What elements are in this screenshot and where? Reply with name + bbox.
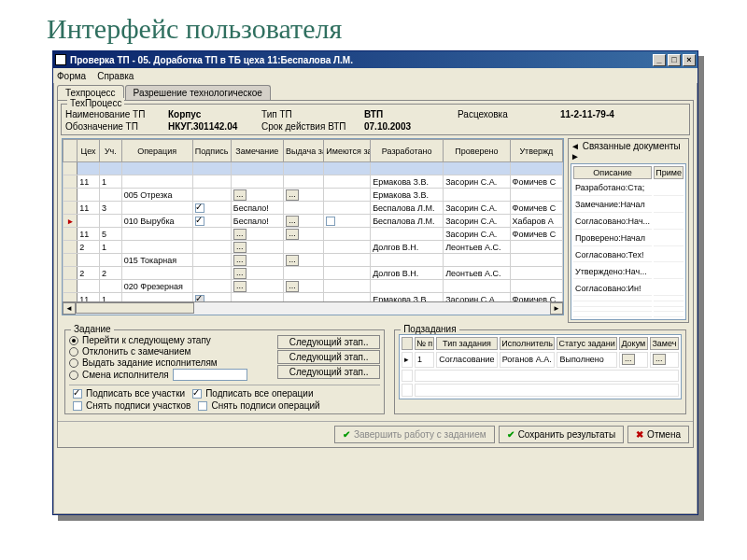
menubar: Форма Справка xyxy=(53,68,698,83)
col-c0[interactable] xyxy=(63,140,78,162)
executor-combo[interactable] xyxy=(173,369,247,381)
subtask-grid[interactable]: № п Тип задания Исполнитель Статус задан… xyxy=(399,334,682,399)
sub-col-note[interactable]: Замеч xyxy=(650,337,679,350)
sub-col-doc[interactable]: Докум xyxy=(619,337,648,350)
chk-remove-sign-parts[interactable] xyxy=(73,401,82,411)
ellipsis-button[interactable]: ... xyxy=(286,255,299,266)
row-marker-icon xyxy=(63,241,78,254)
lbl-rasc: Расцеховка xyxy=(458,108,560,120)
grid-row[interactable] xyxy=(63,162,563,175)
scroll-right-button[interactable]: ► xyxy=(550,302,563,315)
group-tehprocess: ТехПроцесс Наименование ТП Корпус Тип ТП… xyxy=(61,104,690,135)
col-c9[interactable]: Проверено xyxy=(444,140,510,162)
main-grid[interactable]: ЦехУч.ОперацияПодписьЗамечаниеВыдача зад… xyxy=(62,138,564,315)
doc-ellipsis-button[interactable]: ... xyxy=(622,354,635,365)
col-c1[interactable]: Цех xyxy=(78,140,100,162)
related-row[interactable]: Утверждено:Нач... xyxy=(573,264,684,279)
radio-issue[interactable] xyxy=(69,358,78,368)
ellipsis-button[interactable]: ... xyxy=(233,229,247,240)
val-date: 07.10.2003 xyxy=(364,120,458,133)
related-grid[interactable]: Описание Приме Разработано:Ста;Замечание… xyxy=(571,163,686,320)
save-results-button[interactable]: ✔Сохранить результаты xyxy=(499,426,624,443)
row-marker-icon xyxy=(63,189,78,202)
ellipsis-button[interactable]: ... xyxy=(286,216,299,227)
subtask-row[interactable]: ▸ 1 Согласование Роганов А.А. Выполнено … xyxy=(402,352,679,368)
ellipsis-button[interactable]: ... xyxy=(233,189,247,201)
close-button[interactable]: × xyxy=(683,54,696,66)
grid-row[interactable]: 113Беспало!Беспалова Л.М.Засорин С.А.Фом… xyxy=(63,202,563,215)
chk-remove-sign-ops[interactable] xyxy=(198,401,207,411)
minimize-button[interactable]: _ xyxy=(653,54,666,66)
sub-col-type[interactable]: Тип задания xyxy=(436,337,497,350)
related-row[interactable]: Замечание:Начал xyxy=(573,198,684,213)
grid-hscroll[interactable]: ◄ ► xyxy=(63,301,563,315)
group-legend: ТехПроцесс xyxy=(67,98,124,108)
sub-col-status[interactable]: Статус задани xyxy=(557,337,616,350)
window-title: Проверка ТП - 05. Доработка ТП в ТБ цеха… xyxy=(70,55,353,65)
next-stage-button-1[interactable]: Следующий этап.. xyxy=(277,335,380,349)
x-icon: ✖ xyxy=(636,429,643,440)
sub-col-n[interactable]: № п xyxy=(415,337,434,350)
maximize-button[interactable]: □ xyxy=(668,54,681,66)
ellipsis-button[interactable]: ... xyxy=(286,281,299,292)
lbl-name: Наименование ТП xyxy=(65,108,168,120)
col-c3[interactable]: Операция xyxy=(121,140,192,162)
ellipsis-button[interactable]: ... xyxy=(233,281,247,292)
grid-row[interactable]: 21...Долгов В.Н.Леонтьев А.С. xyxy=(63,241,563,254)
ellipsis-button[interactable]: ... xyxy=(233,255,247,266)
next-stage-button-3[interactable]: Следующий этап.. xyxy=(277,365,380,379)
col-c7[interactable]: Имеются замечания xyxy=(324,140,371,162)
grid-row[interactable]: 115......Засорин С.А.Фомичев С xyxy=(63,228,563,241)
chk-sign-all-ops[interactable] xyxy=(192,389,202,399)
checkbox-icon[interactable] xyxy=(195,217,204,226)
related-row[interactable]: Согласовано:Ин! xyxy=(573,281,684,296)
row-marker-icon: ▸ xyxy=(402,352,413,368)
checkbox-icon[interactable] xyxy=(195,203,204,213)
grid-row[interactable]: 020 Фрезерная...... xyxy=(63,280,563,293)
related-row[interactable]: Согласовано:Нач... xyxy=(573,215,684,230)
ellipsis-button[interactable]: ... xyxy=(233,242,247,253)
related-row[interactable]: Проверено:Начал xyxy=(573,231,684,246)
lbl-srok: Срок действия ВТП xyxy=(261,120,364,133)
grid-row[interactable]: ▸010 ВырубкаБеспало!...Беспалова Л.М.Зас… xyxy=(63,215,563,228)
radio-next-stage[interactable] xyxy=(69,336,78,345)
related-row[interactable]: Разработано:Ста; xyxy=(573,181,684,196)
titlebar: Проверка ТП - 05. Доработка ТП в ТБ цеха… xyxy=(53,51,698,68)
slide-title: Интерфейс пользователя xyxy=(0,0,747,50)
row-marker-icon xyxy=(63,162,78,175)
cancel-button[interactable]: ✖Отмена xyxy=(627,426,689,443)
ellipsis-button[interactable]: ... xyxy=(286,189,299,201)
menu-help[interactable]: Справка xyxy=(97,71,134,81)
col-c8[interactable]: Разработано xyxy=(371,140,444,162)
radio-change-exec[interactable] xyxy=(69,371,78,380)
grid-row[interactable]: 005 Отрезка......Ермакова З.В. xyxy=(63,189,563,202)
grid-row[interactable]: 22...Долгов В.Н.Леонтьев А.С. xyxy=(63,267,563,280)
row-marker-icon xyxy=(63,280,78,293)
tab-razreshenie[interactable]: Разрешение технологическое xyxy=(125,85,271,100)
col-c10[interactable]: Утвержд xyxy=(510,140,562,162)
lbl-type: Тип ТП xyxy=(261,108,364,120)
scroll-left-button[interactable]: ◄ xyxy=(63,302,76,315)
checkbox-icon[interactable] xyxy=(326,217,335,226)
note-ellipsis-button[interactable]: ... xyxy=(653,354,666,365)
col-c6[interactable]: Выдача задания xyxy=(284,140,324,162)
grid-row[interactable]: 111Ермакова З.В.Засорин С.А.Фомичев С xyxy=(63,175,563,189)
check-icon: ✔ xyxy=(507,429,514,440)
ellipsis-button[interactable]: ... xyxy=(233,268,247,279)
sub-col-exec[interactable]: Исполнитель xyxy=(500,337,556,350)
next-stage-button-2[interactable]: Следующий этап.. xyxy=(277,350,380,364)
col-c4[interactable]: Подпись xyxy=(192,140,231,162)
app-window: Проверка ТП - 05. Доработка ТП в ТБ цеха… xyxy=(52,50,698,515)
side-col-desc[interactable]: Описание xyxy=(573,166,652,179)
val-korpus: Корпус xyxy=(168,108,261,120)
side-col-note[interactable]: Приме xyxy=(654,166,684,179)
ellipsis-button[interactable]: ... xyxy=(286,229,299,240)
chk-sign-all-parts[interactable] xyxy=(73,389,82,399)
radio-reject[interactable] xyxy=(69,347,78,357)
grid-row[interactable]: 015 Токарная...... xyxy=(63,254,563,267)
col-c2[interactable]: Уч. xyxy=(99,140,121,162)
menu-form[interactable]: Форма xyxy=(57,71,86,81)
finish-task-button[interactable]: ✔Завершить работу с заданием xyxy=(334,426,495,443)
related-row[interactable]: Согласовано:Тех! xyxy=(573,248,684,263)
col-c5[interactable]: Замечание xyxy=(231,140,283,162)
